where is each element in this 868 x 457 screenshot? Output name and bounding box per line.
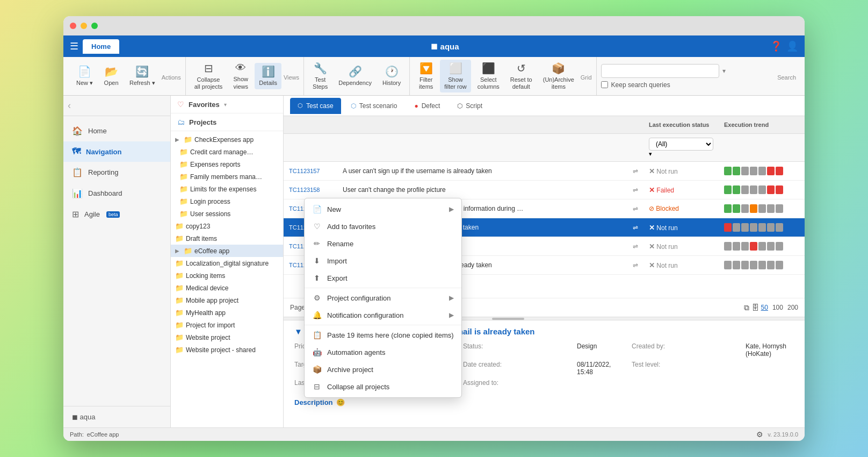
page-size-100[interactable]: 100 (772, 304, 783, 311)
collapse-all-button[interactable]: ⊟ Collapseall projects (190, 60, 227, 92)
filter-dropdown-icon[interactable]: ▾ (649, 151, 652, 157)
tree-label: eCoffee app (194, 247, 229, 255)
reset-default-icon: ↺ (517, 62, 526, 75)
menu-item-add-favorites[interactable]: ♡ Add to favorites (305, 218, 461, 235)
archive-items-button[interactable]: 📦 (Un)Archiveitems (539, 60, 578, 92)
table-row[interactable]: TC1123157 A user can't sign up if the us… (284, 162, 805, 181)
minimize-button[interactable] (81, 23, 87, 29)
menu-new-label: New (327, 205, 341, 213)
menu-item-rename[interactable]: ✏ Rename (305, 235, 461, 252)
tab-defect[interactable]: ● Defect (407, 98, 447, 114)
row-status: ✕ Not run (643, 222, 719, 234)
status-filter-select[interactable]: (All) (649, 138, 713, 151)
tree-item-medical[interactable]: 📁 Medical device (171, 282, 283, 294)
open-button[interactable]: 📂 Open (99, 63, 123, 89)
not-run-icon: ✕ (649, 242, 655, 251)
menu-item-notification-config[interactable]: 🔔 Notification configuration ▶ (305, 306, 461, 324)
trend-bar (741, 167, 749, 175)
projects-header: 🗂 Projects (171, 113, 283, 131)
show-filter-row-button[interactable]: ⬜ Showfilter row (440, 60, 471, 92)
tab-test-scenario[interactable]: ⬡ Test scenario (343, 98, 405, 114)
sidebar-item-agile[interactable]: ⊞ Agile beta (63, 204, 170, 225)
trend-bar (741, 223, 749, 232)
keep-search-queries-checkbox[interactable] (601, 81, 608, 88)
tab-home[interactable]: Home (83, 39, 119, 54)
close-button[interactable] (70, 23, 76, 29)
search-input[interactable] (601, 64, 719, 78)
folder-blue-icon: 📁 (175, 222, 184, 230)
help-icon[interactable]: ❓ (770, 40, 782, 52)
folder-icon: 📁 (179, 197, 188, 205)
tree-item-website[interactable]: 📁 Website project (171, 331, 283, 344)
new-button[interactable]: 📄 New ▾ (72, 63, 97, 89)
sidebar-item-dashboard[interactable]: 📊 Dashboard (63, 183, 170, 204)
tree-item-localization[interactable]: 📁 Localization_digital signature (171, 257, 283, 269)
trend-bars (724, 185, 799, 194)
description-section-title[interactable]: Description 😊 (294, 398, 794, 406)
trend-bar (767, 261, 775, 269)
menu-item-export[interactable]: ⬆ Export (305, 269, 461, 287)
tab-script[interactable]: ⬡ Script (450, 98, 490, 114)
details-button[interactable]: ℹ️ Details (255, 63, 281, 89)
tree-item-family[interactable]: 📁 Family members mana… (171, 170, 283, 183)
topbar: ☰ Home ◼ aqua ❓ 👤 (63, 35, 805, 57)
copy-icon[interactable]: ⧉ (744, 303, 749, 312)
history-button[interactable]: 🕐 History (378, 63, 405, 89)
tree-item-draft[interactable]: 📁 Draft items (171, 232, 283, 245)
collapse-label: Collapseall projects (194, 76, 223, 90)
tab-defect-label: Defect (422, 102, 440, 110)
tree-item-limits[interactable]: 📁 Limits for the expenses (171, 183, 283, 195)
menu-rename-icon: ✏ (312, 239, 322, 248)
menu-item-collapse-all[interactable]: ⊟ Collapse all projects (305, 378, 461, 395)
tree-item-myhealth[interactable]: 📁 MyHealth app (171, 306, 283, 319)
tab-test-case[interactable]: ⬡ Test case (290, 98, 341, 114)
folder-blue-icon: 📁 (175, 234, 184, 242)
folder-icon: 📁 (179, 148, 188, 156)
sidebar-item-home[interactable]: 🏠 Home (63, 120, 170, 141)
settings-icon[interactable]: ⚙ (756, 430, 763, 439)
test-steps-button[interactable]: 🔧 TestSteps (308, 60, 332, 92)
tree-item-expenses[interactable]: 📁 Expenses reports (171, 158, 283, 170)
menu-item-archive[interactable]: 📦 Archive project (305, 361, 461, 378)
tree-label: Website project (186, 334, 230, 341)
show-views-button[interactable]: 👁 Showviews (229, 60, 252, 92)
sidebar-logo: ◼ aqua (63, 406, 170, 427)
tree-item-locking[interactable]: 📁 Locking items (171, 269, 283, 282)
trend-bar (750, 261, 757, 269)
page-size-200[interactable]: 200 (787, 304, 798, 311)
menu-item-new[interactable]: 📄 New ▶ (305, 201, 461, 218)
tree-item-project-import[interactable]: 📁 Project for import (171, 319, 283, 331)
page-size-50[interactable]: 50 (761, 304, 768, 311)
favorites-arrow-icon[interactable]: ▾ (224, 102, 227, 108)
filter-items-button[interactable]: 🔽 Filteritems (414, 60, 438, 92)
select-columns-button[interactable]: ⬛ Selectcolumns (473, 60, 504, 92)
archive-icon[interactable]: 🗄 (751, 303, 759, 312)
tree-item-mobile[interactable]: 📁 Mobile app project (171, 294, 283, 306)
trend-bar (758, 261, 766, 269)
refresh-button[interactable]: 🔄 Refresh ▾ (125, 63, 160, 89)
menu-item-import[interactable]: ⬇ Import (305, 252, 461, 269)
menu-item-project-config[interactable]: ⚙ Project configuration ▶ (305, 289, 461, 306)
sidebar-item-reporting[interactable]: 📋 Reporting (63, 162, 170, 183)
tree-item-login[interactable]: 📁 Login process (171, 195, 283, 208)
tree-item-ecoffee[interactable]: ▶ 📁 eCoffee app (171, 245, 283, 257)
reset-default-button[interactable]: ↺ Reset todefault (506, 60, 537, 92)
tree-label: User sessions (190, 210, 230, 218)
sidebar-item-navigation[interactable]: 🗺 Navigation (63, 141, 170, 162)
search-dropdown-icon[interactable]: ▾ (722, 67, 726, 75)
tree-item-website-shared[interactable]: 📁 Website project - shared (171, 344, 283, 356)
tree-item-user-sessions[interactable]: 📁 User sessions (171, 208, 283, 220)
table-row[interactable]: TC1123158 User can't change the profile … (284, 181, 805, 199)
tree-item-copy123[interactable]: 📁 copy123 (171, 220, 283, 232)
sidebar-collapse-icon[interactable]: ‹ (68, 100, 71, 111)
tree-item-credit-card[interactable]: 📁 Credit card manage… (171, 146, 283, 158)
tree-item-checkexpenses[interactable]: ▶ 📁 CheckExpenses app (171, 133, 283, 146)
menu-item-automation[interactable]: 🤖 Automation agents (305, 344, 461, 361)
folder-blue-icon: 📁 (175, 272, 184, 280)
scroll-thumb[interactable] (492, 318, 524, 320)
avatar[interactable]: 👤 (786, 40, 798, 52)
dependency-button[interactable]: 🔗 Dependency (334, 63, 376, 89)
hamburger-menu-icon[interactable]: ☰ (70, 40, 78, 52)
maximize-button[interactable] (91, 23, 98, 29)
menu-item-paste[interactable]: 📋 Paste 19 items here (clone copied item… (305, 326, 461, 344)
